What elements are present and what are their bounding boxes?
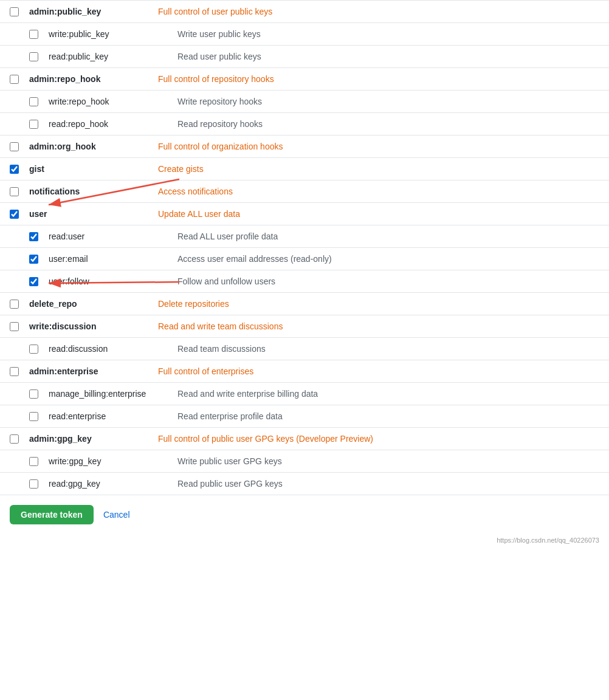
scope-row-gist: gistCreate gists	[0, 157, 609, 180]
checkbox-cell-gist	[10, 164, 24, 174]
checkbox-write_public_key[interactable]	[29, 30, 38, 39]
checkbox-user_follow[interactable]	[29, 277, 38, 286]
scope-row-admin_org_hook: admin:org_hookFull control of organizati…	[0, 135, 609, 157]
scope-label-admin_org_hook: admin:org_hook	[24, 142, 158, 151]
scope-desc-manage_billing_enterprise: Read and write enterprise billing data	[177, 389, 599, 399]
checkbox-admin_enterprise[interactable]	[10, 367, 19, 376]
checkbox-read_gpg_key[interactable]	[29, 479, 38, 489]
scope-label-read_gpg_key: read:gpg_key	[44, 479, 177, 489]
scope-row-user_email: user:emailAccess user email addresses (r…	[0, 247, 609, 270]
scope-label-user: user	[24, 209, 158, 219]
scope-row-user: userUpdate ALL user data	[0, 202, 609, 225]
checkbox-admin_gpg_key[interactable]	[10, 434, 19, 444]
checkbox-admin_public_key[interactable]	[10, 7, 19, 16]
checkbox-cell-notifications	[10, 187, 24, 196]
checkbox-cell-read_gpg_key	[29, 479, 44, 489]
scope-desc-admin_public_key: Full control of user public keys	[158, 7, 599, 16]
scope-row-admin_repo_hook: admin:repo_hookFull control of repositor…	[0, 67, 609, 90]
scope-label-notifications: notifications	[24, 187, 158, 196]
scope-label-write_public_key: write:public_key	[44, 29, 177, 39]
checkbox-cell-write_gpg_key	[29, 456, 44, 466]
scope-label-read_repo_hook: read:repo_hook	[44, 119, 177, 129]
checkbox-cell-read_repo_hook	[29, 119, 44, 129]
scope-label-user_follow: user:follow	[44, 276, 177, 286]
scope-desc-read_repo_hook: Read repository hooks	[177, 119, 599, 129]
checkbox-read_discussion[interactable]	[29, 345, 38, 354]
scope-label-write_gpg_key: write:gpg_key	[44, 456, 177, 466]
scope-row-admin_enterprise: admin:enterpriseFull control of enterpri…	[0, 360, 609, 382]
checkbox-cell-write_discussion	[10, 321, 24, 331]
scope-label-gist: gist	[24, 164, 158, 174]
scope-desc-user_follow: Follow and unfollow users	[177, 276, 599, 286]
scope-label-admin_gpg_key: admin:gpg_key	[24, 434, 158, 444]
bottom-bar: Generate token Cancel	[0, 495, 609, 534]
scope-label-admin_enterprise: admin:enterprise	[24, 366, 158, 376]
checkbox-manage_billing_enterprise[interactable]	[29, 389, 38, 399]
checkbox-read_public_key[interactable]	[29, 52, 38, 61]
checkbox-admin_repo_hook[interactable]	[10, 75, 19, 84]
scope-desc-read_public_key: Read user public keys	[177, 52, 599, 61]
checkbox-write_gpg_key[interactable]	[29, 457, 38, 466]
scope-desc-notifications: Access notifications	[158, 187, 599, 196]
checkbox-cell-manage_billing_enterprise	[29, 389, 44, 399]
watermark: https://blog.csdn.net/qq_40226073	[0, 534, 609, 546]
scope-row-write_public_key: write:public_keyWrite user public keys	[0, 22, 609, 45]
checkbox-cell-admin_gpg_key	[10, 434, 24, 444]
checkbox-cell-read_public_key	[29, 52, 44, 61]
generate-token-button[interactable]: Generate token	[10, 505, 94, 524]
scope-desc-admin_org_hook: Full control of organization hooks	[158, 142, 599, 151]
scope-desc-write_discussion: Read and write team discussions	[158, 321, 599, 331]
checkbox-cell-admin_org_hook	[10, 142, 24, 151]
checkbox-notifications[interactable]	[10, 187, 19, 196]
checkbox-read_repo_hook[interactable]	[29, 120, 38, 129]
checkbox-cell-user_follow	[29, 276, 44, 286]
scope-label-read_user: read:user	[44, 232, 177, 241]
scope-row-user_follow: user:followFollow and unfollow users	[0, 270, 609, 292]
checkbox-gist[interactable]	[10, 165, 19, 174]
scope-row-read_repo_hook: read:repo_hookRead repository hooks	[0, 112, 609, 135]
scope-row-manage_billing_enterprise: manage_billing:enterpriseRead and write …	[0, 382, 609, 405]
checkbox-user_email[interactable]	[29, 255, 38, 264]
scope-row-notifications: notificationsAccess notifications	[0, 180, 609, 202]
checkbox-delete_repo[interactable]	[10, 300, 19, 309]
scope-label-read_enterprise: read:enterprise	[44, 411, 177, 421]
checkbox-cell-admin_public_key	[10, 7, 24, 16]
scope-label-manage_billing_enterprise: manage_billing:enterprise	[44, 389, 177, 399]
scope-label-user_email: user:email	[44, 254, 177, 264]
checkbox-cell-delete_repo	[10, 299, 24, 309]
scope-label-read_public_key: read:public_key	[44, 52, 177, 61]
scope-row-read_gpg_key: read:gpg_keyRead public user GPG keys	[0, 472, 609, 495]
scope-desc-write_public_key: Write user public keys	[177, 29, 599, 39]
checkbox-cell-read_user	[29, 232, 44, 241]
checkbox-admin_org_hook[interactable]	[10, 142, 19, 151]
scope-desc-user_email: Access user email addresses (read-only)	[177, 254, 599, 264]
checkbox-cell-admin_repo_hook	[10, 74, 24, 84]
scope-desc-read_enterprise: Read enterprise profile data	[177, 411, 599, 421]
scope-row-read_discussion: read:discussionRead team discussions	[0, 337, 609, 360]
scope-desc-read_gpg_key: Read public user GPG keys	[177, 479, 599, 489]
scope-row-admin_gpg_key: admin:gpg_keyFull control of public user…	[0, 427, 609, 450]
checkbox-cell-write_repo_hook	[29, 97, 44, 106]
checkbox-write_discussion[interactable]	[10, 322, 19, 331]
checkbox-read_user[interactable]	[29, 232, 38, 241]
scope-row-write_gpg_key: write:gpg_keyWrite public user GPG keys	[0, 450, 609, 472]
scope-row-read_user: read:userRead ALL user profile data	[0, 225, 609, 247]
scope-desc-admin_gpg_key: Full control of public user GPG keys (De…	[158, 434, 599, 444]
scope-desc-write_repo_hook: Write repository hooks	[177, 97, 599, 106]
scope-desc-gist: Create gists	[158, 164, 599, 174]
checkbox-cell-admin_enterprise	[10, 366, 24, 376]
scope-row-write_discussion: write:discussionRead and write team disc…	[0, 315, 609, 337]
scope-desc-read_discussion: Read team discussions	[177, 344, 599, 354]
scope-label-admin_repo_hook: admin:repo_hook	[24, 74, 158, 84]
cancel-button[interactable]: Cancel	[103, 510, 130, 520]
scope-label-write_discussion: write:discussion	[24, 321, 158, 331]
scope-desc-admin_enterprise: Full control of enterprises	[158, 366, 599, 376]
scope-desc-delete_repo: Delete repositories	[158, 299, 599, 309]
scope-row-write_repo_hook: write:repo_hookWrite repository hooks	[0, 90, 609, 112]
checkbox-user[interactable]	[10, 210, 19, 219]
scope-row-delete_repo: delete_repoDelete repositories	[0, 292, 609, 315]
checkbox-write_repo_hook[interactable]	[29, 97, 38, 106]
scope-label-delete_repo: delete_repo	[24, 299, 158, 309]
checkbox-read_enterprise[interactable]	[29, 412, 38, 421]
scope-desc-write_gpg_key: Write public user GPG keys	[177, 456, 599, 466]
